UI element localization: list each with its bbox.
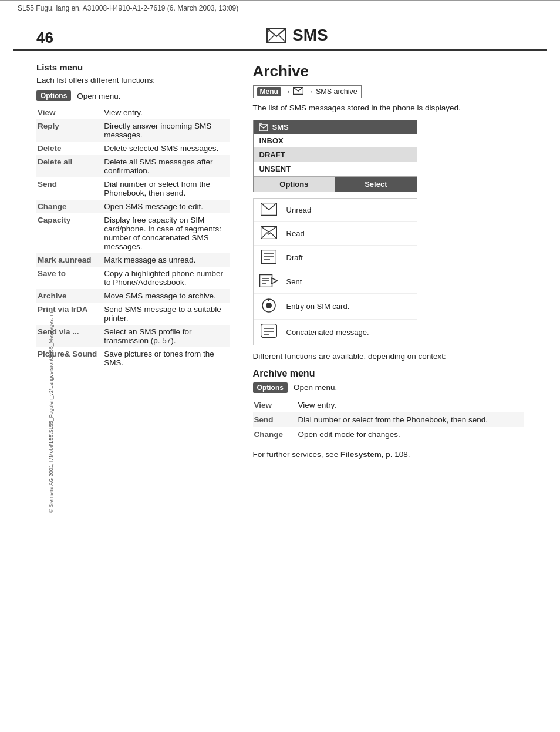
archive-menu-def: View entry. [297, 398, 524, 412]
list-item: Picture& SoundSave pictures or tones fro… [36, 347, 230, 370]
phone-ui-title-text: SMS [272, 123, 289, 132]
breadcrumb-menu: Menu [257, 87, 281, 96]
left-column: Lists menu Each list offers different fu… [36, 51, 241, 459]
archive-options-badge: Options [253, 382, 288, 393]
icon-list-item: Entry on SIM card. [254, 294, 417, 320]
lists-intro: Each list offers different functions: [36, 76, 230, 85]
icon-list-item: Draft [254, 246, 417, 270]
icon-label: Concatenated message. [286, 328, 369, 337]
phone-title-icon [259, 123, 269, 131]
list-item: Delete allDelete all SMS messages after … [36, 155, 230, 177]
left-border [26, 16, 26, 476]
menu-term: Mark a.unread [36, 253, 103, 267]
archive-menu-term: Send [253, 412, 297, 427]
menu-def: Mark message as unread. [103, 253, 229, 267]
icon-list-item: Concatenated message. [254, 320, 417, 345]
list-item: ViewView entry. [36, 106, 230, 119]
phone-ui-options-btn[interactable]: Options [254, 177, 336, 192]
menu-term: Delete [36, 142, 103, 155]
phone-ui-row-unsent: UNSENT [254, 162, 417, 176]
page-title: SMS [292, 26, 328, 45]
breadcrumb-envelope-icon [293, 87, 303, 96]
svg-line-1 [267, 35, 274, 42]
menu-term: Delete all [36, 155, 103, 177]
list-item: Save toCopy a highlighted phone number t… [36, 267, 230, 289]
icon-label: Entry on SIM card. [286, 302, 350, 311]
breadcrumb-arrow2: → [306, 88, 313, 96]
icons-list: Unread Read Draft Sent Entry on SIM card… [253, 198, 417, 345]
archive-intro: The list of SMS messages stored in the p… [253, 103, 524, 114]
svg-point-20 [266, 303, 272, 308]
menu-term: Send via ... [36, 325, 103, 347]
further-link: Filesystem [340, 450, 382, 459]
page-content: Lists menu Each list offers different fu… [13, 51, 547, 476]
concat-icon [259, 324, 278, 341]
menu-def: Directly answer incoming SMS messages. [103, 119, 229, 142]
icon-list-item: Sent [254, 270, 417, 294]
menu-term: Reply [36, 119, 103, 142]
phone-ui-row-inbox: INBOX [254, 134, 417, 148]
archive-menu-term: Change [253, 427, 297, 442]
list-item: SendDial number or select from the Phone… [253, 412, 524, 427]
menu-def: Move SMS message to archive. [103, 289, 229, 303]
archive-menu-def: Dial number or select from the Phonebook… [297, 412, 524, 427]
draft-icon [259, 250, 278, 266]
list-item: CapacityDisplay free capacity on SIM car… [36, 213, 230, 253]
lists-menu-heading: Lists menu [36, 62, 230, 72]
archive-heading: Archive [253, 62, 524, 80]
svg-line-2 [279, 35, 286, 42]
archive-menu-def: Open edit mode for changes. [297, 427, 524, 442]
read-icon [259, 226, 278, 241]
phone-ui-row-draft: DRAFT [254, 148, 417, 162]
menu-term: Save to [36, 267, 103, 289]
sent-icon [259, 274, 278, 289]
svg-rect-22 [261, 324, 276, 337]
menu-term: Send [36, 177, 103, 200]
menu-def: View entry. [103, 106, 229, 119]
menu-term: Change [36, 200, 103, 213]
menu-def: Send SMS message to a suitable printer. [103, 303, 229, 325]
icon-label: Unread [286, 206, 312, 214]
further-suffix: , p. 108. [382, 450, 410, 459]
phone-ui-select-btn[interactable]: Select [335, 177, 417, 192]
right-border [534, 16, 534, 476]
unread-icon [259, 203, 278, 217]
icon-label: Read [286, 229, 305, 238]
list-item: DeleteDelete selected SMS messages. [36, 142, 230, 155]
archive-menu-term: View [253, 398, 297, 412]
options-row: Options Open menu. [36, 90, 230, 101]
list-item: ArchiveMove SMS message to archive. [36, 289, 230, 303]
menu-term: Picture& Sound [36, 347, 103, 370]
breadcrumb: Menu → → SMS archive [253, 85, 362, 98]
icon-label: Sent [286, 277, 302, 286]
menu-def: Delete selected SMS messages. [103, 142, 229, 155]
archive-options-desc: Open menu. [294, 383, 337, 392]
menu-def: Open SMS message to edit. [103, 200, 229, 213]
archive-menu-table: ViewView entry.SendDial number or select… [253, 398, 524, 442]
menu-def: Save pictures or tones from the SMS. [103, 347, 229, 370]
breadcrumb-label: SMS archive [316, 88, 357, 96]
menu-term: Print via IrDA [36, 303, 103, 325]
archive-options-row: Options Open menu. [253, 382, 524, 393]
breadcrumb-arrow1: → [284, 88, 291, 96]
right-column: Archive Menu → → SMS archive The list of… [241, 51, 524, 459]
list-item: Mark a.unreadMark message as unread. [36, 253, 230, 267]
header-text: SL55 Fugu, lang en, A31008-H4910-A1-2-76… [18, 4, 238, 12]
sidebar-text: © Siemens AG 2001, I:\Mobil\L55\SL55_Fug… [48, 337, 54, 513]
page-title-area: SMS [71, 26, 524, 49]
icon-list-item: Unread [254, 199, 417, 222]
menu-def: Display free capacity on SIM card/phone.… [103, 213, 229, 253]
list-item: ViewView entry. [253, 398, 524, 412]
menu-term: Capacity [36, 213, 103, 253]
sim-icon [259, 298, 278, 315]
phone-ui-buttons: Options Select [254, 176, 417, 192]
further-prefix: For further services, see [253, 450, 340, 459]
list-item: ReplyDirectly answer incoming SMS messag… [36, 119, 230, 142]
page-number: 46 [36, 29, 53, 47]
header-bar: SL55 Fugu, lang en, A31008-H4910-A1-2-76… [0, 0, 560, 16]
phone-ui: SMS INBOX DRAFT UNSENT Options Select [253, 120, 417, 192]
menu-term: Archive [36, 289, 103, 303]
menu-def: Dial number or select from the Phonebook… [103, 177, 229, 200]
menu-term: View [36, 106, 103, 119]
options-badge: Options [36, 90, 71, 101]
